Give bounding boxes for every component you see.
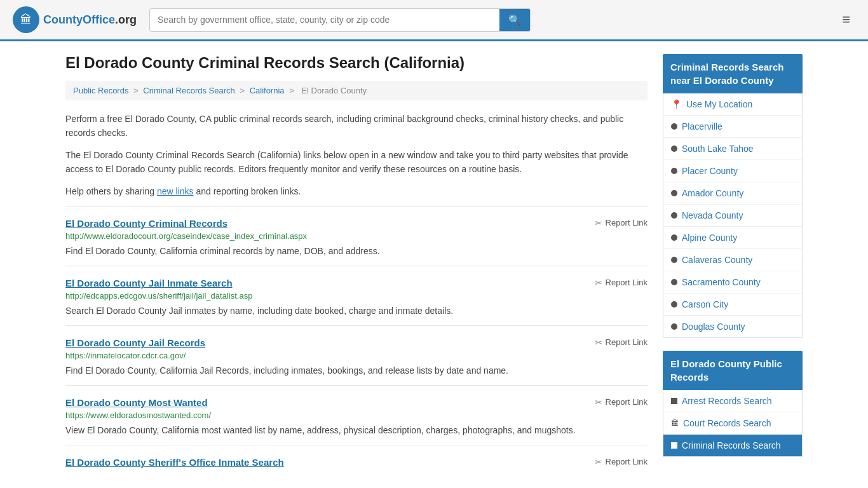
breadcrumb: Public Records > Criminal Records Search… xyxy=(65,81,648,100)
desc3-prefix: Help others by sharing xyxy=(65,186,157,196)
record-url-2[interactable]: https://inmatelocator.cdcr.ca.gov/ xyxy=(65,351,648,360)
description-2: The El Dorado County Criminal Records Se… xyxy=(65,148,648,177)
breadcrumb-public-records[interactable]: Public Records xyxy=(73,86,128,95)
sidebar-nearby-link-7[interactable]: Calaveras County xyxy=(682,255,752,265)
record-desc-0: Find El Dorado County, California crimin… xyxy=(65,245,648,258)
sidebar-nearby-link-1[interactable]: Placerville xyxy=(682,121,722,132)
record-url-1[interactable]: http://edcapps.edcgov.us/sheriff/jail/ja… xyxy=(65,291,648,301)
report-link-1[interactable]: ✂ Report Link xyxy=(595,278,648,288)
record-title-2[interactable]: El Dorado County Jail Records xyxy=(65,337,205,348)
sidebar-public-records-link-1[interactable]: Court Records Search xyxy=(683,418,771,428)
sidebar-nearby-link-6[interactable]: Alpine County xyxy=(682,233,737,243)
breadcrumb-sep-1: > xyxy=(133,86,140,95)
logo-text: CountyOffice.org xyxy=(43,13,137,27)
sidebar-nearby-link-10[interactable]: Douglas County xyxy=(682,322,745,332)
menu-button[interactable]: ≡ xyxy=(837,9,855,30)
header-right: ≡ xyxy=(837,9,855,30)
report-link-label-3: Report Link xyxy=(606,397,648,407)
breadcrumb-criminal-records-search[interactable]: Criminal Records Search xyxy=(143,86,235,95)
desc3-suffix: and reporting broken links. xyxy=(194,186,301,196)
record-title-3[interactable]: El Dorado County Most Wanted xyxy=(65,397,208,408)
report-link-2[interactable]: ✂ Report Link xyxy=(595,337,648,348)
record-title-4[interactable]: El Dorado County Sheriff's Office Inmate… xyxy=(65,457,284,468)
site-header: 🏛 CountyOffice.org 🔍 ≡ xyxy=(0,0,868,41)
sidebar-nearby-section: Criminal Records Search near El Dorado C… xyxy=(663,54,803,338)
description-1: Perform a free El Dorado County, CA publ… xyxy=(65,112,648,140)
record-item-header: El Dorado County Sheriff's Office Inmate… xyxy=(65,457,648,468)
sidebar-nearby-item-4[interactable]: Amador County xyxy=(663,182,802,205)
sidebar-nearby-link-4[interactable]: Amador County xyxy=(682,188,743,198)
report-icon-4: ✂ xyxy=(595,457,602,467)
sidebar: Criminal Records Search near El Dorado C… xyxy=(663,54,803,475)
sidebar-nearby-item-10[interactable]: Douglas County xyxy=(663,316,802,337)
report-icon-1: ✂ xyxy=(595,278,602,288)
sidebar-public-records-section: El Dorado County Public Records Arrest R… xyxy=(663,351,803,457)
sidebar-nearby-item-6[interactable]: Alpine County xyxy=(663,227,802,249)
report-link-0[interactable]: ✂ Report Link xyxy=(595,218,648,228)
sidebar-nearby-item-0[interactable]: 📍Use My Location xyxy=(663,93,802,116)
record-item: El Dorado County Sheriff's Office Inmate… xyxy=(65,445,648,475)
sidebar-nearby-link-0[interactable]: Use My Location xyxy=(686,99,752,109)
report-link-label-2: Report Link xyxy=(606,337,648,347)
page-title: El Dorado County Criminal Records Search… xyxy=(65,54,648,72)
record-item-header: El Dorado County Jail Inmate Search ✂ Re… xyxy=(65,278,648,288)
report-link-3[interactable]: ✂ Report Link xyxy=(595,397,648,407)
main-content: El Dorado County Criminal Records Search… xyxy=(65,54,648,475)
search-bar: 🔍 xyxy=(149,8,531,32)
record-desc-3: View El Dorado County, California most w… xyxy=(65,424,648,437)
record-url-0[interactable]: http://www.eldoradocourt.org/caseindex/c… xyxy=(65,231,648,241)
record-url-3[interactable]: https://www.eldoradosmostwanted.com/ xyxy=(65,410,648,420)
record-title-0[interactable]: El Dorado County Criminal Records xyxy=(65,218,227,229)
new-links-link[interactable]: new links xyxy=(157,186,194,196)
sidebar-nearby-item-8[interactable]: Sacramento County xyxy=(663,271,802,294)
record-title-1[interactable]: El Dorado County Jail Inmate Search xyxy=(65,278,233,288)
search-button[interactable]: 🔍 xyxy=(499,9,530,31)
sidebar-public-records-item-2[interactable]: Criminal Records Search xyxy=(663,435,802,456)
sidebar-nearby-link-2[interactable]: South Lake Tahoe xyxy=(682,144,754,154)
record-item-header: El Dorado County Most Wanted ✂ Report Li… xyxy=(65,397,648,408)
sidebar-nearby-item-1[interactable]: Placerville xyxy=(663,116,802,138)
record-desc-2: Find El Dorado County, California Jail R… xyxy=(65,364,648,377)
sidebar-nearby-link-9[interactable]: Carson City xyxy=(682,299,728,309)
report-link-4[interactable]: ✂ Report Link xyxy=(595,457,648,467)
sidebar-nearby-link-3[interactable]: Placer County xyxy=(682,166,738,176)
breadcrumb-current: El Dorado County xyxy=(301,86,367,95)
sidebar-nearby-body: 📍Use My LocationPlacervilleSouth Lake Ta… xyxy=(663,93,803,338)
sidebar-public-records-body: Arrest Records Search🏛Court Records Sear… xyxy=(663,390,803,457)
record-item-header: El Dorado County Criminal Records ✂ Repo… xyxy=(65,218,648,229)
record-item-header: El Dorado County Jail Records ✂ Report L… xyxy=(65,337,648,348)
sidebar-nearby-item-5[interactable]: Nevada County xyxy=(663,205,802,227)
page-container: El Dorado County Criminal Records Search… xyxy=(53,41,815,488)
sidebar-public-records-link-0[interactable]: Arrest Records Search xyxy=(682,396,772,406)
record-item: El Dorado County Most Wanted ✂ Report Li… xyxy=(65,385,648,445)
sidebar-public-records-item-0[interactable]: Arrest Records Search xyxy=(663,390,802,412)
square-icon-2 xyxy=(671,442,677,449)
sidebar-nearby-link-5[interactable]: Nevada County xyxy=(682,210,743,220)
sidebar-public-records-header: El Dorado County Public Records xyxy=(663,351,803,390)
building-icon-1: 🏛 xyxy=(671,419,679,428)
sidebar-nearby-link-8[interactable]: Sacramento County xyxy=(682,277,761,287)
report-icon-2: ✂ xyxy=(595,337,602,348)
search-input[interactable] xyxy=(150,10,499,30)
sidebar-nearby-item-7[interactable]: Calaveras County xyxy=(663,249,802,271)
dot-icon-8 xyxy=(671,279,677,285)
dot-icon-9 xyxy=(671,301,677,308)
logo-icon: 🏛 xyxy=(13,6,39,33)
dot-icon-5 xyxy=(671,212,677,219)
record-desc-1: Search El Dorado County Jail inmates by … xyxy=(65,304,648,318)
breadcrumb-california[interactable]: California xyxy=(250,86,285,95)
sidebar-public-records-link-2[interactable]: Criminal Records Search xyxy=(682,440,781,451)
logo[interactable]: 🏛 CountyOffice.org xyxy=(13,6,137,33)
report-icon-3: ✂ xyxy=(595,397,602,407)
sidebar-public-records-item-1[interactable]: 🏛Court Records Search xyxy=(663,412,802,435)
sidebar-nearby-item-9[interactable]: Carson City xyxy=(663,294,802,316)
sidebar-nearby-item-3[interactable]: Placer County xyxy=(663,160,802,182)
dot-icon-6 xyxy=(671,234,677,241)
record-item: El Dorado County Jail Inmate Search ✂ Re… xyxy=(65,266,648,325)
report-link-label-4: Report Link xyxy=(606,457,648,466)
sidebar-nearby-header: Criminal Records Search near El Dorado C… xyxy=(663,54,803,93)
square-icon-0 xyxy=(671,398,677,404)
sidebar-nearby-item-2[interactable]: South Lake Tahoe xyxy=(663,138,802,160)
record-item: El Dorado County Jail Records ✂ Report L… xyxy=(65,325,648,385)
location-icon: 📍 xyxy=(671,99,682,109)
